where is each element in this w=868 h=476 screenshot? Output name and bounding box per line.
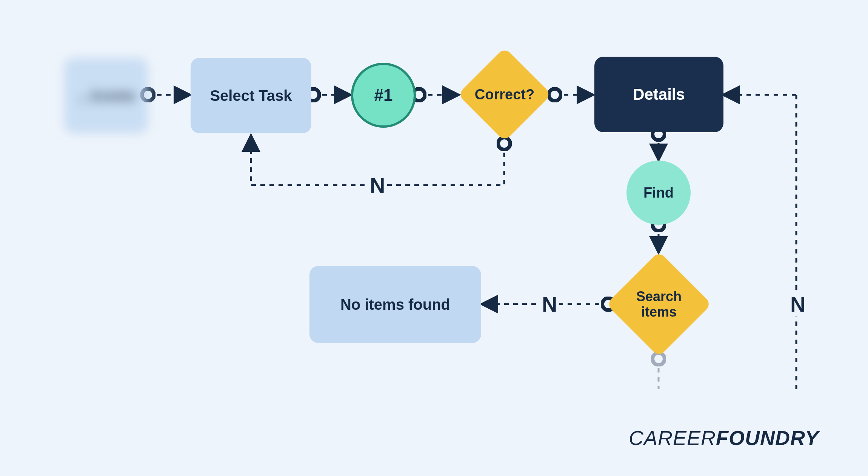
node-find-label: Find <box>643 185 674 201</box>
logo-part-2: FOUNDRY <box>716 427 819 449</box>
node-step-1-label: #1 <box>374 86 393 105</box>
node-search-items-label: Search items <box>636 289 682 320</box>
node-correct-label: Correct? <box>475 87 534 103</box>
node-welcome: …lcome <box>64 58 148 133</box>
node-correct: Correct? <box>457 47 552 142</box>
node-details-label: Details <box>633 85 685 104</box>
node-find: Find <box>626 161 691 225</box>
label-n-right: N <box>788 292 808 317</box>
node-details: Details <box>594 57 723 132</box>
node-no-items: No items found <box>309 266 481 343</box>
logo-careerfoundry: CAREERFOUNDRY <box>629 426 819 450</box>
label-n-search: N <box>540 292 559 317</box>
label-n-correct: N <box>368 173 387 198</box>
node-select-task: Select Task <box>191 58 311 133</box>
node-no-items-label: No items found <box>340 296 450 313</box>
node-step-1: #1 <box>351 63 416 128</box>
node-search-items: Search items <box>606 251 712 357</box>
node-select-task-label: Select Task <box>210 87 292 104</box>
node-welcome-label: …lcome <box>77 87 135 104</box>
logo-part-1: CAREER <box>629 427 716 449</box>
